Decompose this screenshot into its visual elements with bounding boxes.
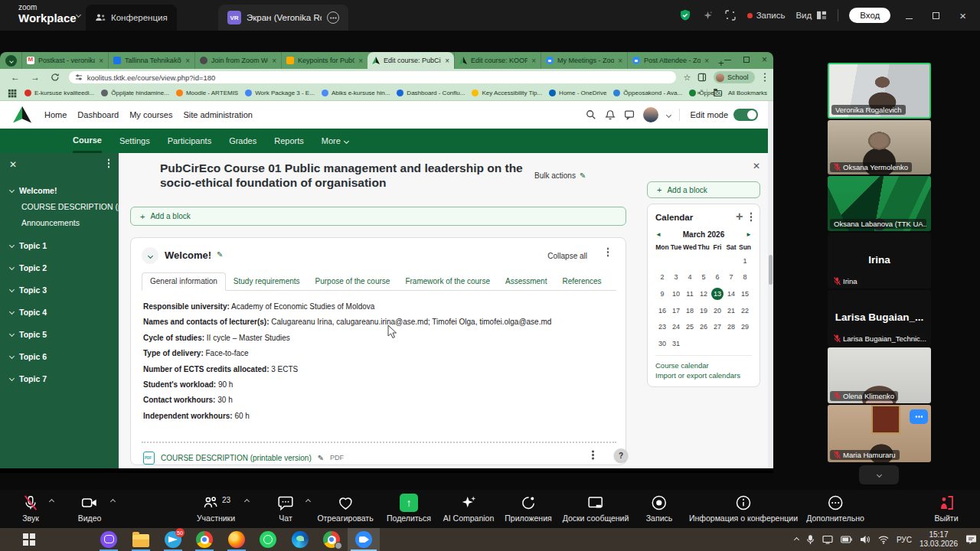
tab-general-information[interactable]: General information	[142, 272, 226, 291]
calendar-menu-icon[interactable]	[750, 216, 753, 218]
calendar-day[interactable]: 24	[669, 323, 683, 331]
sidebar-item[interactable]: Topic 3	[0, 282, 119, 298]
calendar-day[interactable]: 30	[655, 340, 669, 347]
video-tile-oksana-yermolenko[interactable]: Oksana Yermolenko	[828, 120, 931, 174]
user-avatar[interactable]	[643, 107, 658, 122]
bookmark-item[interactable]: Home - OneDrive	[549, 90, 606, 96]
tab-study-requirements[interactable]: Study requirements	[226, 273, 308, 290]
calendar-day[interactable]: 4	[683, 273, 697, 281]
browser-close-button[interactable]: ×	[762, 54, 767, 65]
nav-item-dashboard[interactable]: Dashboard	[77, 110, 119, 119]
nav-item-site-administration[interactable]: Site administration	[183, 110, 253, 119]
scrollbar-thumb[interactable]	[769, 255, 773, 285]
chat-options-caret[interactable]	[305, 499, 311, 504]
resource-link[interactable]: COURSE DESCRIPTION (printable version)	[161, 454, 312, 462]
next-month-icon[interactable]: ►	[746, 231, 752, 238]
tab-assessment[interactable]: Assessment	[498, 273, 554, 290]
participants-button[interactable]: 23 Участники	[197, 494, 235, 523]
whiteboards-button[interactable]: Доски сообщений	[563, 494, 629, 523]
taskbar-chrome[interactable]	[188, 528, 220, 551]
calendar-day[interactable]: 16	[655, 307, 669, 315]
video-tile-oksana-labanova[interactable]: Oksana Labanova (TTK UA...	[828, 176, 931, 231]
tray-expand-icon[interactable]	[794, 536, 799, 542]
sidebar-item[interactable]: Topic 6	[0, 348, 119, 364]
tab-screen-share[interactable]: VR Экран (Veronika Rogalevich)	[218, 5, 348, 31]
calendar-day[interactable]: 31	[669, 340, 683, 347]
taskbar-viber[interactable]	[93, 528, 125, 551]
browser-tab[interactable]: Tallinna Tehnikakõrgkooli×	[108, 52, 194, 69]
bulk-actions-button[interactable]: Bulk actions ✎	[534, 171, 586, 180]
browser-tab[interactable]: Edit course: PubCirEco Co×	[368, 52, 454, 69]
audio-options-caret[interactable]	[49, 499, 54, 504]
course-nav-reports[interactable]: Reports	[274, 129, 304, 153]
course-nav-more[interactable]: More	[322, 129, 348, 153]
tab-framework-of-the-course[interactable]: Framework of the course	[397, 273, 498, 290]
side-panel-icon[interactable]	[697, 73, 707, 82]
sidebar-item[interactable]: Topic 2	[0, 259, 119, 276]
nav-item-my-courses[interactable]: My courses	[129, 110, 172, 119]
bookmark-item[interactable]: Abiks e-kursuse hin...	[322, 90, 390, 96]
search-icon[interactable]	[586, 109, 596, 120]
close-blocks-drawer-icon[interactable]: ✕	[753, 161, 760, 171]
ttk-logo[interactable]	[11, 105, 34, 125]
sidebar-item[interactable]: Topic 5	[0, 326, 119, 342]
calendar-day[interactable]: 22	[738, 307, 752, 315]
close-tab-icon[interactable]: ×	[618, 57, 622, 65]
site-settings-icon[interactable]	[75, 73, 83, 81]
video-button[interactable]: Видео	[78, 494, 102, 523]
apps-button[interactable]: Приложения	[505, 494, 551, 523]
bookmark-item[interactable]: Work Package 3 - E...	[245, 90, 315, 96]
calendar-day[interactable]: 25	[683, 323, 697, 331]
calendar-day[interactable]: 29	[738, 323, 752, 331]
calendar-day[interactable]: 3	[669, 273, 683, 281]
calendar-day[interactable]: 27	[710, 323, 724, 331]
browser-restore-button[interactable]	[743, 57, 750, 63]
nav-item-home[interactable]: Home	[44, 110, 67, 119]
calendar-day[interactable]: 11	[683, 290, 697, 298]
video-tile-maria[interactable]: Maria Hamuraru	[828, 405, 931, 462]
drawer-menu-icon[interactable]	[108, 162, 110, 165]
close-tab-icon[interactable]: ×	[272, 57, 276, 65]
close-tab-icon[interactable]: ×	[99, 57, 103, 65]
calendar-day[interactable]: 9	[655, 290, 669, 298]
close-tab-icon[interactable]: ×	[358, 57, 363, 65]
bookmark-item[interactable]: E-kursuse kvaliteedi...	[24, 90, 94, 96]
bookmark-item[interactable]: Õppeosakond - Ava...	[613, 90, 682, 96]
calendar-day[interactable]: 6	[710, 273, 724, 281]
video-options-caret[interactable]	[110, 499, 116, 504]
calendar-day[interactable]: 28	[724, 323, 738, 331]
record-button[interactable]: Запись	[646, 494, 672, 523]
tray-wifi-icon[interactable]	[878, 536, 889, 544]
participants-options-caret[interactable]	[244, 499, 250, 504]
more-button[interactable]: Дополнительно	[806, 494, 864, 523]
sidebar-item[interactable]: Topic 4	[0, 304, 119, 320]
page-scrollbar[interactable]	[768, 101, 773, 468]
collapse-section-button[interactable]	[142, 247, 158, 264]
minimize-button[interactable]	[901, 10, 917, 21]
taskbar-telegram[interactable]: 50	[157, 528, 189, 551]
browser-tab[interactable]: Postkast - veronika.rogal...×	[21, 52, 108, 69]
calendar-day[interactable]: 18	[683, 307, 697, 315]
course-nav-settings[interactable]: Settings	[119, 129, 150, 153]
meeting-info-button[interactable]: Информация о конференции	[689, 494, 798, 523]
calendar-day[interactable]: 26	[697, 323, 710, 331]
sidebar-item[interactable]: Topic 7	[0, 370, 119, 386]
reactions-button[interactable]: Отреагировать	[317, 494, 373, 523]
import-export-calendars-link[interactable]: Import or export calendars	[655, 370, 752, 380]
sidebar-item[interactable]: COURSE DESCRIPTION (print...	[0, 198, 119, 214]
calendar-day[interactable]: 13	[710, 288, 724, 300]
browser-tab[interactable]: My Meetings - Zoom×	[541, 52, 627, 69]
collapse-gallery-button[interactable]	[859, 465, 899, 484]
taskbar-firefox[interactable]	[220, 528, 253, 551]
calendar-day[interactable]: 5	[697, 273, 710, 281]
tab-purpose-of-the-course[interactable]: Purpose of the course	[308, 273, 398, 290]
taskbar-file-explorer[interactable]	[125, 528, 157, 551]
leave-button[interactable]: Выйти	[934, 494, 958, 523]
close-tab-icon[interactable]: ×	[185, 57, 190, 65]
calendar-day[interactable]: 14	[724, 290, 738, 298]
video-tile-olena[interactable]: Olena Klimenko	[828, 347, 931, 403]
browser-menu-icon[interactable]	[764, 77, 766, 79]
ai-companion-button[interactable]: AI Companion	[443, 494, 495, 523]
mute-button[interactable]: Звук	[22, 494, 39, 523]
tray-clock[interactable]: 15:17 13.03.2026	[920, 530, 958, 549]
